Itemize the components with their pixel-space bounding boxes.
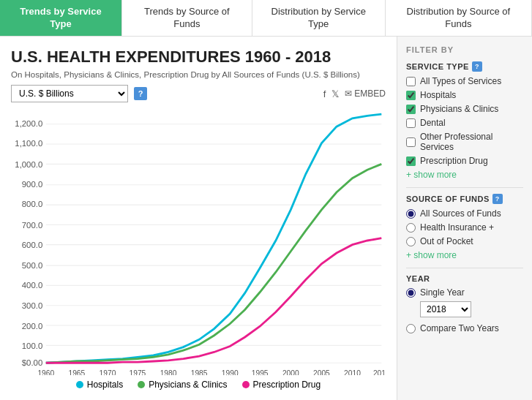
- year-dropdown[interactable]: 2018 2017 2016 2015: [420, 301, 471, 317]
- main-layout: U.S. HEALTH EXPENDITURES 1960 - 2018 On …: [0, 37, 532, 400]
- svg-text:900.0: 900.0: [22, 180, 42, 189]
- svg-text:2000: 2000: [282, 369, 299, 375]
- svg-text:2015: 2015: [373, 369, 386, 375]
- checkbox-all-services[interactable]: All Types of Services: [406, 76, 523, 86]
- legend-physicians: Physicians & Clinics: [138, 380, 227, 390]
- radio-compare-years-input[interactable]: [406, 324, 416, 333]
- checkbox-hospitals[interactable]: Hospitals: [406, 90, 523, 100]
- svg-text:200.0: 200.0: [22, 322, 42, 331]
- source-of-funds-section-label: SOURCE OF FUNDS ?: [406, 194, 523, 204]
- checkbox-physicians[interactable]: Physicians & Clinics: [406, 104, 523, 114]
- checkbox-physicians-input[interactable]: [406, 105, 416, 114]
- year-section-label: YEAR: [406, 274, 523, 283]
- source-show-more[interactable]: + show more: [406, 250, 523, 260]
- svg-text:1,200.0: 1,200.0: [15, 119, 42, 128]
- service-type-help-icon[interactable]: ?: [472, 61, 482, 72]
- chart-area: 1,200.0 1,100.0 1,000.0 900.0 800.0 700.…: [11, 106, 386, 375]
- svg-text:1995: 1995: [252, 369, 269, 375]
- tab-trends-funds[interactable]: Trends by Source of Funds: [122, 0, 252, 36]
- svg-text:2005: 2005: [313, 369, 330, 375]
- nav-tabs: Trends by Service Type Trends by Source …: [0, 0, 532, 37]
- svg-text:1980: 1980: [160, 369, 177, 375]
- twitter-icon[interactable]: 𝕏: [331, 88, 339, 99]
- svg-text:300.0: 300.0: [22, 301, 42, 310]
- checkbox-other-professional[interactable]: Other Professional Services: [406, 132, 523, 152]
- chart-subtitle: On Hospitals, Physicians & Clinics, Pres…: [11, 70, 386, 79]
- chart-svg: 1,200.0 1,100.0 1,000.0 900.0 800.0 700.…: [11, 106, 386, 375]
- physicians-dot: [138, 381, 145, 388]
- svg-text:$0.00: $0.00: [22, 358, 42, 367]
- checkbox-prescription[interactable]: Prescription Drug: [406, 156, 523, 166]
- checkbox-other-professional-input[interactable]: [406, 137, 416, 147]
- chart-title: U.S. HEALTH EXPENDITURES 1960 - 2018: [11, 48, 386, 67]
- source-of-funds-help-icon[interactable]: ?: [492, 194, 503, 204]
- divider-2: [406, 268, 523, 268]
- svg-text:1965: 1965: [68, 369, 85, 375]
- radio-all-sources[interactable]: All Sources of Funds: [406, 208, 523, 219]
- chart-legend: Hospitals Physicians & Clinics Prescript…: [11, 375, 386, 393]
- radio-single-year-input[interactable]: [406, 288, 416, 298]
- units-dropdown[interactable]: U.S. $ Billions Per Capita % of GDP: [11, 85, 128, 102]
- svg-text:1990: 1990: [222, 369, 239, 375]
- left-content: U.S. HEALTH EXPENDITURES 1960 - 2018 On …: [0, 37, 397, 400]
- radio-health-insurance-input[interactable]: [406, 223, 416, 233]
- service-type-show-more[interactable]: + show more: [406, 170, 523, 180]
- checkbox-dental[interactable]: Dental: [406, 118, 523, 128]
- checkbox-dental-input[interactable]: [406, 118, 416, 128]
- embed-button[interactable]: ✉ EMBED: [345, 88, 386, 99]
- right-sidebar: FILTER BY SERVICE TYPE ? All Types of Se…: [397, 37, 532, 400]
- radio-single-year[interactable]: Single Year: [406, 287, 523, 298]
- email-icon: ✉: [345, 88, 352, 99]
- radio-all-sources-input[interactable]: [406, 209, 416, 219]
- prescription-dot: [242, 381, 250, 388]
- svg-text:700.0: 700.0: [22, 221, 42, 230]
- radio-health-insurance[interactable]: Health Insurance +: [406, 222, 523, 233]
- radio-out-of-pocket[interactable]: Out of Pocket: [406, 236, 523, 246]
- svg-text:1,000.0: 1,000.0: [15, 160, 42, 169]
- legend-prescription: Prescription Drug: [242, 380, 321, 390]
- svg-text:500.0: 500.0: [22, 261, 42, 270]
- svg-text:1985: 1985: [191, 369, 208, 375]
- svg-text:1960: 1960: [37, 369, 54, 375]
- radio-out-of-pocket-input[interactable]: [406, 237, 416, 246]
- legend-hospitals: Hospitals: [76, 380, 123, 390]
- social-icons: f 𝕏 ✉ EMBED: [323, 88, 386, 99]
- filter-by-label: FILTER BY: [406, 45, 523, 54]
- facebook-icon[interactable]: f: [323, 88, 326, 99]
- checkbox-hospitals-input[interactable]: [406, 91, 416, 100]
- svg-text:1,100.0: 1,100.0: [15, 139, 42, 148]
- tab-trends-service[interactable]: Trends by Service Type: [0, 0, 122, 36]
- units-help-icon[interactable]: ?: [134, 87, 147, 100]
- svg-text:800.0: 800.0: [22, 200, 42, 208]
- hospitals-dot: [76, 381, 83, 388]
- radio-compare-years[interactable]: Compare Two Years: [406, 323, 523, 333]
- tab-dist-service[interactable]: Distribution by Service Type: [252, 0, 386, 36]
- checkbox-prescription-input[interactable]: [406, 156, 416, 166]
- svg-text:2010: 2010: [344, 369, 361, 375]
- checkbox-all-services-input[interactable]: [406, 77, 416, 86]
- controls-row: U.S. $ Billions Per Capita % of GDP ? f …: [11, 85, 386, 102]
- service-type-section-label: SERVICE TYPE ?: [406, 61, 523, 72]
- svg-text:100.0: 100.0: [22, 341, 42, 350]
- svg-text:1975: 1975: [130, 369, 146, 375]
- tab-dist-funds[interactable]: Distribution by Source of Funds: [386, 0, 532, 36]
- svg-text:600.0: 600.0: [22, 241, 42, 249]
- svg-text:1970: 1970: [100, 369, 116, 375]
- svg-text:400.0: 400.0: [22, 281, 42, 290]
- divider-1: [406, 187, 523, 188]
